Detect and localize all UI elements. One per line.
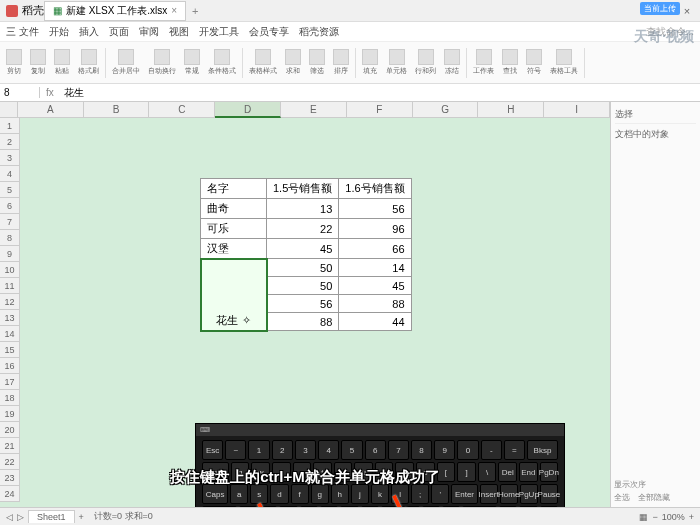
keyboard-key[interactable]: ~	[225, 440, 246, 460]
row-header[interactable]: 7	[0, 214, 20, 230]
keyboard-key[interactable]: 2	[272, 440, 293, 460]
keyboard-key[interactable]: 0	[457, 440, 478, 460]
toolbar-button[interactable]: 填充	[360, 49, 380, 76]
toolbar-button[interactable]: 自动换行	[146, 49, 178, 76]
table-cell[interactable]: 50	[267, 277, 339, 295]
keyboard-key[interactable]: =	[504, 440, 525, 460]
row-header[interactable]: 10	[0, 262, 20, 278]
row-header[interactable]: 2	[0, 134, 20, 150]
keyboard-key[interactable]: m	[361, 506, 379, 507]
keyboard-key[interactable]: v	[300, 506, 318, 507]
keyboard-key[interactable]: End	[519, 462, 538, 482]
keyboard-key[interactable]: 3	[295, 440, 316, 460]
select-all-corner[interactable]	[0, 102, 18, 118]
column-header[interactable]: D	[215, 102, 281, 118]
column-header[interactable]: C	[149, 102, 215, 118]
keyboard-key[interactable]: 7	[388, 440, 409, 460]
toolbar-button[interactable]: 表格工具	[548, 49, 580, 76]
keyboard-key[interactable]: 5	[341, 440, 362, 460]
data-table[interactable]: 名字1.5号销售额1.6号销售额 曲奇1356可乐2296汉堡4566花生 ✧5…	[200, 178, 412, 331]
column-header[interactable]: E	[281, 102, 347, 118]
next-sheet-icon[interactable]: ▷	[17, 512, 24, 522]
toolbar-button[interactable]: 合并居中	[110, 49, 142, 76]
table-header-cell[interactable]: 1.5号销售额	[267, 179, 339, 199]
keyboard-key[interactable]: j	[351, 484, 369, 504]
keyboard-key[interactable]: ScrLk	[519, 506, 537, 507]
merged-cell[interactable]: 花生 ✧	[201, 259, 267, 331]
table-cell[interactable]: 14	[339, 259, 411, 277]
toolbar-button[interactable]: 工作表	[471, 49, 496, 76]
menu-item[interactable]: 页面	[109, 25, 129, 39]
document-tab[interactable]: ▦ 新建 XLSX 工作表.xlsx ×	[44, 1, 186, 21]
row-header[interactable]: 19	[0, 406, 20, 422]
menu-item[interactable]: 审阅	[139, 25, 159, 39]
table-row[interactable]: 花生 ✧5014	[201, 259, 412, 277]
keyboard-key[interactable]: '	[431, 484, 449, 504]
table-cell[interactable]: 50	[267, 259, 339, 277]
keyboard-key[interactable]: n	[340, 506, 358, 507]
table-header-cell[interactable]: 1.6号销售额	[339, 179, 411, 199]
table-cell[interactable]: 88	[339, 295, 411, 313]
keyboard-key[interactable]: /	[422, 506, 440, 507]
keyboard-key[interactable]: Insert	[480, 484, 498, 504]
row-header[interactable]: 21	[0, 438, 20, 454]
keyboard-key[interactable]: Enter	[451, 484, 477, 504]
row-header[interactable]: 16	[0, 358, 20, 374]
toolbar-button[interactable]: 求和	[283, 49, 303, 76]
toolbar-button[interactable]: 格式刷	[76, 49, 101, 76]
toolbar-button[interactable]: 粘贴	[52, 49, 72, 76]
keyboard-key[interactable]: h	[331, 484, 349, 504]
cell-reference-box[interactable]: 8	[0, 87, 40, 98]
keyboard-key[interactable]: Caps	[202, 484, 228, 504]
side-footer-hideall[interactable]: 全部隐藏	[638, 493, 670, 502]
toolbar-button[interactable]: 符号	[524, 49, 544, 76]
keyboard-key[interactable]: Shift	[202, 506, 237, 507]
row-header[interactable]: 20	[0, 422, 20, 438]
menu-item[interactable]: 稻壳资源	[299, 25, 339, 39]
side-footer-order[interactable]: 显示次序	[614, 480, 646, 489]
keyboard-key[interactable]: Home	[500, 484, 518, 504]
zoom-out-icon[interactable]: −	[652, 512, 657, 522]
menu-item[interactable]: 三 文件	[6, 25, 39, 39]
row-header[interactable]: 3	[0, 150, 20, 166]
toolbar-button[interactable]: 行和列	[413, 49, 438, 76]
keyboard-key[interactable]: Pause	[540, 484, 558, 504]
keyboard-key[interactable]: g	[311, 484, 329, 504]
keyboard-key[interactable]: Bksp	[527, 440, 558, 460]
keyboard-key[interactable]: 9	[434, 440, 455, 460]
column-header[interactable]: H	[478, 102, 544, 118]
table-cell[interactable]: 曲奇	[201, 199, 267, 219]
row-header[interactable]: 9	[0, 246, 20, 262]
table-cell[interactable]: 可乐	[201, 219, 267, 239]
row-header[interactable]: 11	[0, 278, 20, 294]
row-header[interactable]: 18	[0, 390, 20, 406]
table-cell[interactable]: 汉堡	[201, 239, 267, 259]
toolbar-button[interactable]: 剪切	[4, 49, 24, 76]
toolbar-button[interactable]: 冻结	[442, 49, 462, 76]
table-cell[interactable]: 22	[267, 219, 339, 239]
row-header[interactable]: 8	[0, 230, 20, 246]
row-header[interactable]: 13	[0, 310, 20, 326]
table-cell[interactable]: 56	[267, 295, 339, 313]
table-cell[interactable]: 56	[339, 199, 411, 219]
toolbar-button[interactable]: 表格样式	[247, 49, 279, 76]
keyboard-key[interactable]: ↑	[442, 506, 460, 507]
keyboard-key[interactable]: PgDn	[540, 462, 559, 482]
keyboard-key[interactable]: \	[478, 462, 497, 482]
row-header[interactable]: 12	[0, 294, 20, 310]
keyboard-key[interactable]: a	[230, 484, 248, 504]
keyboard-key[interactable]: -	[481, 440, 502, 460]
close-tab-icon[interactable]: ×	[171, 5, 177, 16]
row-header[interactable]: 15	[0, 342, 20, 358]
row-header[interactable]: 6	[0, 198, 20, 214]
row-header[interactable]: 1	[0, 118, 20, 134]
add-sheet-icon[interactable]: +	[79, 512, 84, 522]
toolbar-button[interactable]: 查找	[500, 49, 520, 76]
close-window-icon[interactable]: ×	[680, 5, 694, 17]
keyboard-key[interactable]: 4	[318, 440, 339, 460]
spreadsheet-area[interactable]: ABCDEFGHI 123456789101112131415161718192…	[0, 102, 610, 507]
keyboard-key[interactable]: f	[291, 484, 309, 504]
column-header[interactable]: A	[18, 102, 84, 118]
zoom-in-icon[interactable]: +	[689, 512, 694, 522]
upload-button[interactable]: 当前上传	[640, 2, 680, 15]
